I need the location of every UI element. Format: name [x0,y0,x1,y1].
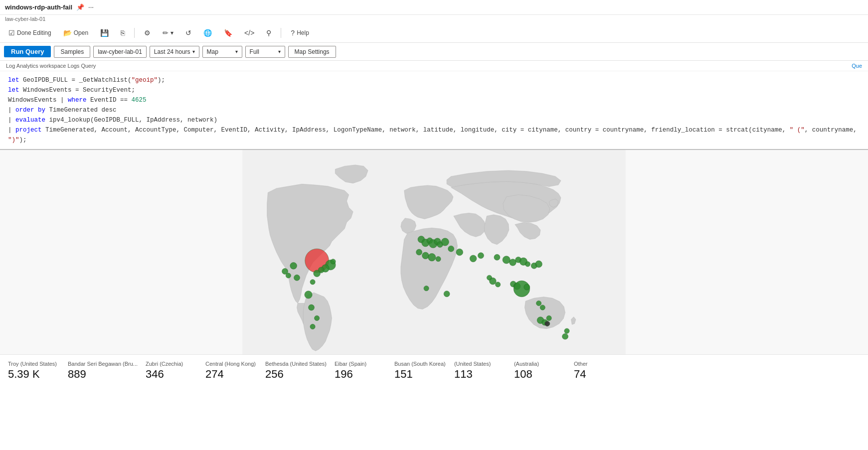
svg-point-41 [496,282,501,287]
que-button[interactable]: Que [852,63,862,69]
size-label: Full [250,48,259,55]
stat-location-4: Bethesda (United States) [265,361,327,367]
stat-item-1: Bandar Seri Begawan (Bru...889 [68,361,146,381]
svg-point-53 [545,321,550,326]
visualization-dropdown[interactable]: Map ▾ [202,46,242,58]
stat-value-1: 889 [68,368,138,381]
svg-point-24 [422,252,429,259]
help-button[interactable]: ? Help [286,26,313,39]
checkmark-icon: ☑ [8,29,15,37]
svg-point-13 [309,304,315,310]
chevron-down-icon-2: ▾ [235,49,238,54]
query-icon: ⚲ [266,29,271,37]
svg-point-54 [564,328,569,333]
chevron-down-icon: ▾ [192,49,195,54]
svg-point-10 [294,275,300,281]
stat-value-2: 346 [146,368,197,381]
action-bar: Run Query Samples law-cyber-lab-01 Last … [0,43,868,61]
open-button[interactable]: 📂 Open [59,26,93,39]
svg-point-15 [310,324,315,329]
pin-icon[interactable]: 📌 [76,3,84,11]
svg-point-25 [428,254,436,261]
svg-point-32 [503,256,510,264]
stat-item-5: Eibar (Spain)196 [335,361,394,381]
svg-point-31 [494,254,500,260]
svg-point-47 [444,291,450,297]
gear-icon: ⚙ [144,29,151,37]
query-line-4: | order by TimeGenerated desc [8,105,860,115]
stat-item-8: (Australia)108 [514,361,574,381]
query-line-2: let WindowsEvents = SecurityEvent; [8,85,860,95]
svg-point-7 [290,263,297,270]
stat-item-0: Troy (United States)5.39 K [8,361,68,381]
time-range-label: Last 24 hours [154,48,190,55]
samples-button[interactable]: Samples [54,46,90,58]
svg-point-38 [535,261,542,268]
svg-point-55 [562,333,568,339]
svg-point-9 [286,273,291,278]
run-query-button[interactable]: Run Query [4,46,51,57]
svg-point-27 [448,246,454,252]
code-button[interactable]: </> [240,26,259,39]
workspace-label: law-cyber-lab-01 [93,46,147,58]
edit-button[interactable]: ✏ ▾ [158,26,178,39]
svg-point-45 [524,284,530,290]
done-editing-button[interactable]: ☑ Done Editing [4,26,56,39]
refresh-button[interactable]: ↺ [181,26,196,39]
stat-location-1: Bandar Seri Begawan (Bru... [68,361,138,367]
map-container [0,150,868,354]
stat-location-0: Troy (United States) [8,361,60,367]
page-title: windows-rdp-auth-fail [5,3,72,11]
stat-item-6: Busan (South Korea)151 [394,361,454,381]
bookmark-button[interactable]: 🔖 [219,26,237,39]
query-editor[interactable]: let GeoIPDB_FULL = _GetWatchlist("geoip"… [0,71,868,150]
save-icon: 💾 [100,29,109,37]
toolbar-divider-1 [134,28,135,38]
copy-icon: ⎘ [121,29,125,37]
visualization-label: Map [207,48,218,55]
stat-value-6: 151 [394,368,446,381]
map-settings-button[interactable]: Map Settings [288,46,336,58]
svg-point-48 [536,300,541,305]
query-button[interactable]: ⚲ [262,26,276,39]
settings-button[interactable]: ⚙ [140,26,155,39]
stat-item-2: Zubri (Czechia)346 [146,361,205,381]
svg-point-14 [314,315,319,320]
query-line-1: let GeoIPDB_FULL = _GetWatchlist("geoip"… [8,75,860,85]
stat-location-3: Central (Hong Kong) [205,361,257,367]
size-dropdown[interactable]: Full ▾ [245,46,285,58]
globe-icon: 🌐 [203,29,212,37]
save-button[interactable]: 💾 [96,26,113,39]
bookmark-icon: 🔖 [224,29,232,37]
toolbar: ☑ Done Editing 📂 Open 💾 ⎘ ⚙ ✏ ▾ ↺ 🌐 🔖 </… [0,23,868,43]
stat-value-4: 256 [265,368,327,381]
title-bar: windows-rdp-auth-fail 📌 ··· [0,0,868,15]
stat-value-7: 113 [454,368,506,381]
code-icon: </> [244,29,254,37]
stat-location-6: Busan (South Korea) [394,361,446,367]
svg-point-22 [441,238,449,246]
svg-point-49 [540,305,545,310]
stat-value-5: 196 [335,368,386,381]
stats-bar: Troy (United States)5.39 KBandar Seri Be… [0,354,868,387]
globe-button[interactable]: 🌐 [199,26,216,39]
more-icon[interactable]: ··· [88,3,94,11]
query-line-3: WindowsEvents | where EventID == 4625 [8,95,860,105]
svg-point-33 [510,259,517,266]
stat-location-5: Eibar (Spain) [335,361,386,367]
svg-point-28 [456,249,463,256]
svg-point-30 [478,253,484,259]
subtitle-text: law-cyber-lab-01 [5,16,45,22]
copy-button[interactable]: ⎘ [116,26,129,39]
stat-item-3: Central (Hong Kong)274 [205,361,265,381]
svg-point-40 [490,278,497,285]
stat-value-0: 5.39 K [8,368,60,381]
svg-point-36 [525,262,530,267]
stat-location-8: (Australia) [514,361,566,367]
refresh-icon: ↺ [185,29,191,37]
svg-point-26 [436,257,441,262]
svg-point-46 [424,286,429,291]
time-range-dropdown[interactable]: Last 24 hours ▾ [150,46,199,58]
svg-point-12 [305,291,312,299]
done-editing-label: Done Editing [17,29,51,36]
